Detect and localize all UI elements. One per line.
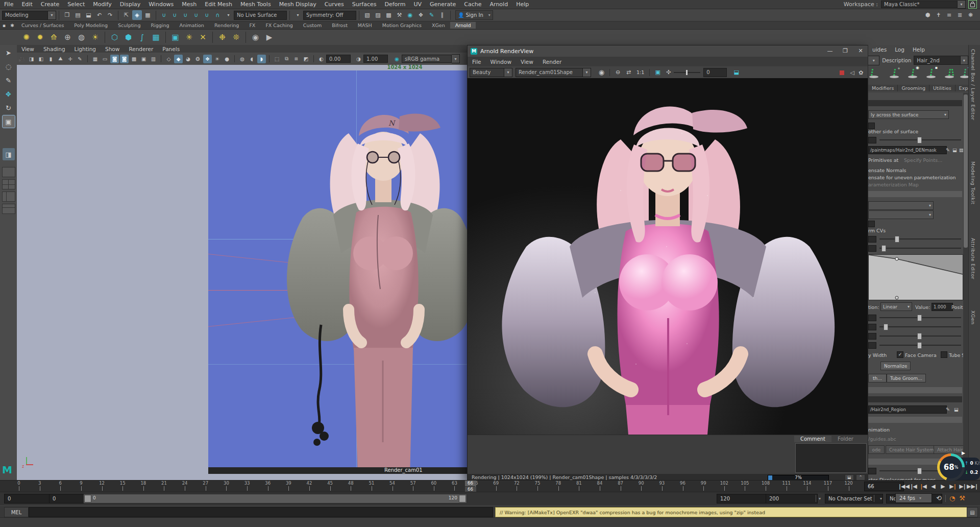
grid-toggle-icon[interactable]: ▦ [91, 55, 100, 63]
step-back-key-button[interactable]: |◀ [919, 481, 928, 491]
xgen-collection-arrow[interactable]: ▾ [868, 56, 879, 65]
menu-item[interactable]: File [0, 1, 17, 8]
aov-select[interactable]: Beauty [470, 68, 504, 77]
menu-item[interactable]: Modify [89, 1, 115, 8]
region-map-field[interactable]: /Hair2nd_Region [868, 405, 947, 414]
character-controls-toggle-icon[interactable]: ✝ [934, 10, 943, 20]
render-camera-select[interactable]: Render_cam01Shape [516, 68, 583, 77]
xray-icon[interactable]: ◖ [248, 55, 256, 63]
menu-item[interactable]: Select [63, 1, 89, 8]
menu-item[interactable]: Create [37, 1, 64, 8]
go-to-start-button[interactable]: |◀◀ [899, 481, 909, 491]
width-max-knob[interactable] [917, 342, 922, 349]
xgen-tab[interactable]: Modifiers [868, 85, 898, 91]
gate-mask-icon[interactable]: ◙ [120, 55, 129, 63]
render-settings-icon[interactable]: ⚒ [395, 10, 404, 20]
tube-groom-button[interactable]: Tube Groom... [887, 374, 926, 382]
density-slider-knob[interactable] [917, 137, 922, 143]
undo-icon[interactable]: ↶ [94, 10, 104, 20]
save-scene-icon[interactable]: ⬓ [84, 10, 93, 20]
snapshot-store-icon[interactable]: ⊖ [613, 67, 623, 77]
view-transform-arrow[interactable]: ▾ [452, 54, 460, 63]
viewport-menu-item[interactable]: Panels [158, 45, 184, 53]
mesh-light-icon[interactable]: ⟰ [47, 31, 60, 44]
density-field[interactable] [868, 137, 876, 143]
current-frame-marker[interactable]: 66 [465, 481, 476, 486]
flush-caches-icon[interactable]: ✕ [197, 31, 209, 44]
curve-collector-icon[interactable]: ∫ [136, 31, 149, 44]
range-end-handle[interactable] [459, 495, 466, 502]
operator-graph-icon[interactable]: ❉ [216, 31, 229, 44]
redo-icon[interactable]: ↷ [105, 10, 115, 20]
shelf-tab[interactable]: Custom [298, 22, 327, 29]
character-set-arrow[interactable]: ▾ [819, 496, 821, 501]
use-all-lights-icon[interactable]: ❂ [193, 55, 202, 63]
taper-knob[interactable] [881, 245, 886, 252]
light-portal-icon[interactable]: ◍ [75, 31, 88, 44]
make-live-icon[interactable]: ∩ [213, 10, 223, 20]
render-icon[interactable]: ▣ [169, 31, 182, 44]
select-tool-icon[interactable]: ➤ [3, 46, 15, 59]
perspective-viewport[interactable]: ViewShadingLightingShowRendererPanels 🎥​… [17, 45, 467, 480]
shelf-tab[interactable]: Motion Graphics [377, 22, 427, 29]
lasso-tool-icon[interactable]: ◌ [3, 60, 15, 73]
guide-normals-icon[interactable] [944, 66, 956, 79]
overlay-expand-icon[interactable]: ▶ [962, 450, 965, 456]
anim-layer-arrow[interactable]: ▾ [880, 496, 882, 501]
renderview-menu-item[interactable]: Window [486, 58, 516, 65]
txmanager-icon[interactable]: ✳ [183, 31, 195, 44]
lock-guides-icon[interactable]: ▪ [925, 66, 938, 79]
shelf-tab[interactable]: Rendering [209, 22, 244, 29]
layout-four-pane-button[interactable] [2, 179, 15, 189]
sign-in-button[interactable]: 👤​ Sign In ▾ [455, 10, 493, 20]
width-taper-knob[interactable] [884, 324, 888, 330]
shelf-tab[interactable]: Bifrost [327, 22, 353, 29]
minimize-button[interactable]: — [822, 45, 838, 56]
xgen-scrollbar[interactable] [963, 93, 968, 480]
select-object-icon[interactable]: ◈ [132, 10, 142, 20]
gamma-field[interactable]: 1.00 [363, 55, 388, 63]
viewport-image-plane-icon[interactable]: ⛰​ [56, 55, 65, 63]
select-hierarchy-icon[interactable]: ⇱ [121, 10, 131, 20]
fps-select[interactable]: 24 fps [895, 493, 932, 503]
shelf-menu-icon[interactable]: ✱ [9, 20, 16, 30]
shelf-tab[interactable]: Rigging [145, 22, 174, 29]
shelf-tab[interactable]: Curves / Surfaces [16, 22, 69, 29]
viewport-menu-item[interactable]: Renderer [124, 45, 158, 53]
region-paint-icon[interactable]: ✎ [946, 406, 950, 412]
animation-start-field[interactable]: 0 [4, 494, 51, 504]
spacing-mode-select[interactable]: ly across the surface [868, 110, 949, 119]
pause-viewport-icon[interactable]: ∥ [437, 10, 447, 20]
tube-shade-checkbox[interactable] [941, 351, 947, 358]
exposure-icon[interactable]: ◐ [317, 55, 326, 63]
texture-paint-icon[interactable]: ✎ [427, 10, 436, 20]
tab-xgen[interactable]: XGen [970, 310, 976, 325]
paint-effects-icon[interactable]: ❖ [416, 10, 426, 20]
time-slider[interactable]: 0369121518212427303336394245485154576063… [0, 480, 980, 492]
playback-end-field[interactable]: 120 [717, 494, 769, 504]
menu-item[interactable]: Windows [144, 1, 178, 8]
renderview-titlebar[interactable]: M Arnold RenderView — ❐ ✕ [468, 45, 868, 57]
maximize-button[interactable]: ❐ [838, 45, 853, 56]
menu-item[interactable]: UV [409, 1, 426, 8]
symmetry-arrow[interactable]: ▾ [293, 10, 303, 20]
viewport-canvas[interactable]: 1024 x 1024 [17, 65, 467, 474]
snap-grid-icon[interactable]: ∪ [159, 10, 169, 20]
shaded-icon[interactable]: ◆ [174, 55, 183, 63]
render-current-frame-icon[interactable]: ▨ [373, 10, 383, 20]
aov-arrow[interactable]: ▾ [504, 68, 512, 77]
shelf-collapse-icon[interactable]: ▪ [1, 20, 8, 30]
workspace-select[interactable]: Maya Classic* [881, 1, 958, 8]
value-field[interactable]: 1.000 [932, 303, 953, 311]
width-knob[interactable] [917, 315, 922, 321]
shader-graph-icon[interactable]: ❊ [230, 31, 242, 44]
viewport-2d-pan-icon[interactable]: ✛ [66, 55, 75, 63]
renderview-settings-gear-icon[interactable]: ✿ [857, 68, 865, 78]
shelf-tab[interactable]: Poly Modeling [69, 22, 113, 29]
width-min-knob[interactable] [917, 333, 922, 340]
xgen-tab[interactable]: Expres [955, 85, 968, 91]
snap-curve-icon[interactable]: ∪ [170, 10, 180, 20]
system-monitor-overlay[interactable]: ▶ ↑ 0 K/s ↓ 0.2 K/s 68% [937, 453, 980, 484]
close-button[interactable]: ✕ [853, 45, 868, 56]
viewport-lock-camera-icon[interactable]: ◨ [27, 55, 36, 63]
